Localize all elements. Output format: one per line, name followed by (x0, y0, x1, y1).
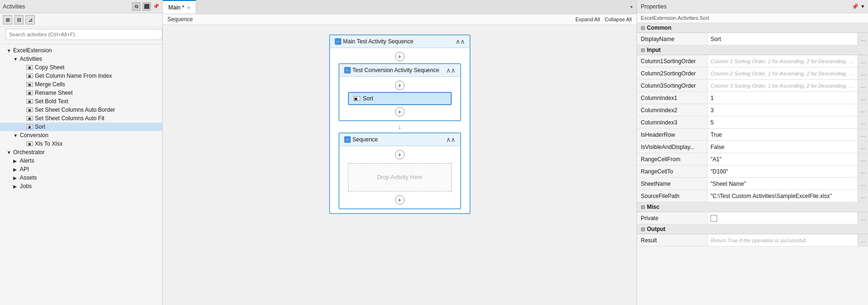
tree-node-merge-cells[interactable]: ▶ ▣ Merge Cells (0, 80, 162, 89)
private-checkbox[interactable] (711, 215, 717, 222)
prop-value-colindex3[interactable]: 5 (708, 116, 858, 128)
expand-all-link[interactable]: Expand All (576, 16, 600, 22)
collapse-all-btn[interactable]: ⊟ (14, 15, 24, 25)
add-btn-inner-bottom[interactable]: + (395, 107, 405, 116)
copy-icon-btn[interactable]: ⧉ (132, 2, 141, 11)
inner-seq-collapse[interactable]: ∧∧ (446, 66, 455, 74)
arrow-assets: ▶ (13, 175, 20, 181)
prop-ellipsis-private[interactable]: … (858, 212, 868, 224)
prop-value-colindex2[interactable]: 3 (708, 104, 858, 116)
prop-dropdown-icon[interactable]: ▾ (861, 3, 864, 9)
input-toggle: ⊟ (641, 47, 645, 53)
tree-node-conversion[interactable]: ▼ Conversion (0, 131, 162, 140)
tree-node-sort[interactable]: ▶ ▣ Sort (0, 123, 162, 131)
prop-row-rangecellfrom: RangeCellFrom "A1" … (637, 153, 868, 165)
tab-dropdown-btn[interactable]: ▾ (627, 0, 637, 14)
prop-ellipsis-colindex3[interactable]: … (858, 116, 868, 128)
tree-node-activities-group[interactable]: ▼ Activities (0, 55, 162, 63)
outer-seq-collapse[interactable]: ∧∧ (455, 38, 465, 45)
prop-ellipsis-isheaderrow[interactable]: … (858, 129, 868, 140)
prop-value-displayname[interactable]: Sort (708, 33, 858, 45)
prop-value-rangecellfrom[interactable]: "A1" (708, 153, 858, 165)
tree-node-copy-sheet[interactable]: ▶ ▣ Copy Sheet (0, 63, 162, 72)
prop-value-col1sort[interactable]: Column 1 Sorting Order, 1 for Ascending,… (708, 55, 858, 67)
prop-ellipsis-result[interactable]: … (858, 234, 868, 246)
add-btn-inner-top[interactable]: + (395, 81, 405, 90)
prop-ellipsis-rangecellto[interactable]: … (858, 165, 868, 177)
prop-pin-icon[interactable]: 📌 (851, 3, 859, 10)
collapse-all-link[interactable]: Collapse All (605, 16, 632, 22)
tree-node-assets[interactable]: ▶ Assets (0, 173, 162, 182)
activities-panel-header: Activities ⧉ ⬛ 📌 (0, 0, 162, 13)
prop-ellipsis-col2sort[interactable]: … (858, 67, 868, 79)
prop-name-rangecellto: RangeCellTo (637, 165, 708, 177)
label-conversion: Conversion (20, 132, 49, 139)
prop-value-sheetname[interactable]: "Sheet Name" (708, 178, 858, 190)
label-set-fit: Set Sheet Columns Auto Fit (35, 115, 104, 122)
tree-node-excelextension[interactable]: ▼ ExcelExtension (0, 46, 162, 55)
bottom-seq-collapse[interactable]: ∧∧ (446, 136, 455, 143)
add-btn-top-outer[interactable]: + (395, 52, 405, 61)
tree-node-set-fit[interactable]: ▶ ▣ Set Sheet Columns Auto Fit (0, 114, 162, 123)
main-tab[interactable]: Main * × (163, 0, 196, 14)
add-btn-bottom-bottom[interactable]: + (395, 195, 405, 205)
prop-panel-title: Properties (641, 3, 667, 10)
prop-ellipsis-col3sort[interactable]: … (858, 80, 868, 91)
prop-row-col1sort: Column1SortingOrder Column 1 Sorting Ord… (637, 55, 868, 67)
sort-icon: ▣ (26, 124, 33, 129)
rename-sheet-icon: ▣ (26, 91, 33, 95)
prop-ellipsis-sourcefilepath[interactable]: … (858, 190, 868, 202)
prop-ellipsis-colindex1[interactable]: … (858, 92, 868, 104)
section-output-header[interactable]: ⊟ Output (637, 224, 868, 234)
tree-node-rename-sheet[interactable]: ▶ ▣ Rename Sheet (0, 89, 162, 97)
prop-ellipsis-col1sort[interactable]: … (858, 55, 868, 67)
pin-icon[interactable]: 📌 (153, 3, 159, 9)
prop-value-result[interactable]: Return True if the operation is successf… (708, 234, 858, 246)
input-label: Input (647, 47, 661, 53)
paste-icon-btn[interactable]: ⬛ (142, 2, 151, 11)
activities-panel: Activities ⧉ ⬛ 📌 ⊞ ⊟ ⊿ ▼ ExcelExtension … (0, 0, 163, 305)
output-toggle: ⊟ (641, 226, 645, 232)
arrow-api: ▶ (13, 167, 20, 172)
section-input-header[interactable]: ⊟ Input (637, 45, 868, 55)
tree-node-xls-to-xlsx[interactable]: ▶ ▣ Xls To Xlsx (0, 140, 162, 148)
prop-ellipsis-colindex2[interactable]: … (858, 104, 868, 116)
expand-all-btn[interactable]: ⊞ (3, 15, 12, 25)
add-btn-bottom-top[interactable]: + (395, 150, 405, 159)
prop-value-colindex1[interactable]: 1 (708, 92, 858, 104)
prop-value-col3sort[interactable]: Column 3 Sorting Order, 1 for Ascending,… (708, 80, 858, 91)
prop-ellipsis-isvisible[interactable]: … (858, 141, 868, 153)
tree-node-orchestrator[interactable]: ▼ Orchestrator (0, 148, 162, 157)
label-merge-cells: Merge Cells (35, 81, 65, 88)
prop-row-colindex1: ColumnIndex1 1 … (637, 92, 868, 104)
prop-name-result: Result (637, 234, 708, 246)
prop-value-col2sort[interactable]: Column 2 Sorting Order, 1 for Ascending,… (708, 67, 858, 79)
search-input[interactable] (6, 29, 162, 40)
bottom-sequence: ↔ Sequence ∧∧ + Drop Activity Here + (339, 132, 461, 209)
tree-node-alerts[interactable]: ▶ Alerts (0, 157, 162, 165)
prop-value-rangecellto[interactable]: "D100" (708, 165, 858, 177)
prop-value-sourcefilepath[interactable]: "C:\Test Custom Activities\SampleExcelFi… (708, 190, 858, 202)
tree-node-api[interactable]: ▶ API (0, 165, 162, 173)
activities-panel-title: Activities (3, 3, 25, 10)
section-common-header[interactable]: ⊟ Common (637, 23, 868, 33)
tree-node-set-bold-text[interactable]: ▶ ▣ Set Bold Text (0, 97, 162, 106)
filter-btn[interactable]: ⊿ (25, 15, 35, 25)
misc-label: Misc (647, 204, 660, 210)
prop-value-isheaderrow[interactable]: True (708, 129, 858, 140)
prop-ellipsis-displayname[interactable]: … (858, 33, 868, 45)
prop-ellipsis-rangecellfrom[interactable]: … (858, 153, 868, 165)
set-fit-icon: ▣ (26, 116, 33, 121)
tree-node-jobs[interactable]: ▶ Jobs (0, 182, 162, 190)
tree-node-get-column-name[interactable]: ▶ ▣ Get Column Name From Index (0, 72, 162, 80)
sort-activity-block[interactable]: ▣ Sort (348, 92, 452, 105)
editor-toolbar: Sequence Expand All Collapse All (163, 14, 637, 25)
tab-close-btn[interactable]: × (187, 5, 190, 10)
prop-ellipsis-sheetname[interactable]: … (858, 178, 868, 190)
prop-row-sheetname: SheetName "Sheet Name" … (637, 178, 868, 190)
canvas-area: ↔ Main Test Activity Sequence ∧∧ + ↔ Tes… (163, 25, 637, 305)
tree-node-set-border[interactable]: ▶ ▣ Set Sheet Columns Auto Border (0, 106, 162, 114)
section-misc-header[interactable]: ⊟ Misc (637, 202, 868, 212)
arrow-orchestrator: ▼ (7, 150, 13, 155)
prop-value-isvisible[interactable]: False (708, 141, 858, 153)
